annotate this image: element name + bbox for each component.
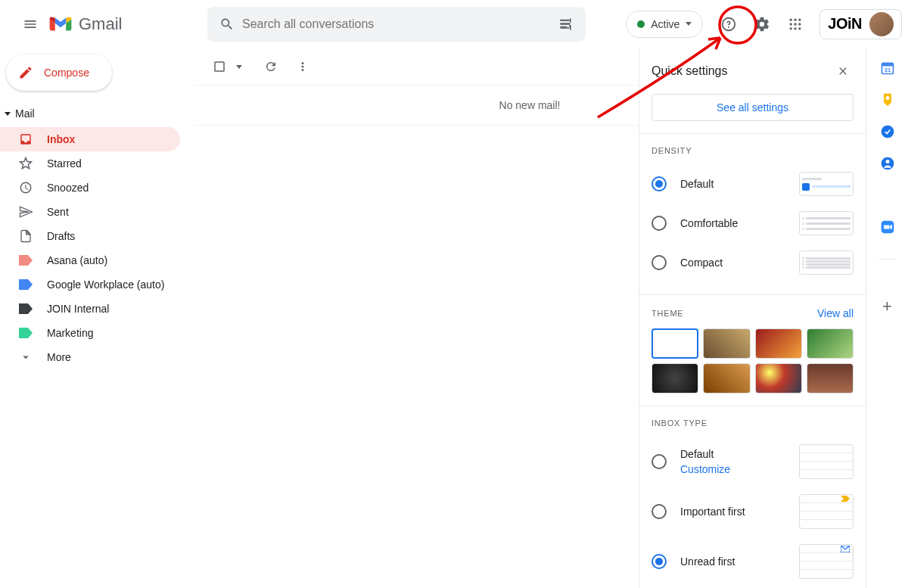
option-label: Default [680, 178, 785, 190]
label-icon [18, 301, 33, 316]
nav-list: InboxStarredSnoozedSentDraftsAsana (auto… [0, 127, 194, 369]
theme-section: THEME View all [639, 294, 866, 406]
density-thumb [799, 211, 854, 235]
theme-tile[interactable] [807, 363, 854, 394]
sidebar-item-google-workplace-auto-[interactable]: Google Workplace (auto) [0, 272, 180, 297]
radio-icon [651, 554, 667, 569]
density-option-comfortable[interactable]: Comfortable [651, 204, 854, 243]
calendar-icon[interactable]: 31 [880, 61, 895, 76]
theme-tile[interactable] [755, 363, 802, 394]
svg-point-12 [794, 27, 797, 30]
label-icon [18, 253, 33, 268]
svg-text:31: 31 [884, 67, 890, 73]
inboxtype-option-unread-first[interactable]: Unread first [651, 537, 854, 586]
search-icon[interactable] [212, 9, 242, 39]
inboxtype-thumb [799, 444, 854, 479]
menu-icon[interactable] [12, 6, 48, 42]
inboxtype-option-important-first[interactable]: Important first [651, 487, 854, 537]
radio-icon [651, 454, 667, 469]
option-label: DefaultCustomize [680, 448, 785, 475]
density-option-compact[interactable]: Compact [651, 243, 854, 282]
inbox-icon [18, 132, 33, 147]
caret-down-icon[interactable] [236, 65, 242, 69]
sidebar-item-label: Marketing [47, 327, 93, 339]
sidebar-item-marketing[interactable]: Marketing [0, 321, 180, 345]
mail-section-toggle[interactable]: Mail [0, 103, 194, 124]
apps-grid-icon[interactable] [780, 9, 810, 39]
see-all-settings-button[interactable]: See all settings [651, 94, 854, 121]
search-input[interactable] [242, 17, 551, 31]
inboxtype-option-default[interactable]: DefaultCustomize [651, 437, 854, 487]
sidebar-item-label: Google Workplace (auto) [47, 278, 164, 291]
option-label: Unread first [680, 555, 785, 568]
gmail-logo[interactable]: Gmail [48, 14, 177, 34]
theme-tile[interactable] [651, 363, 698, 394]
theme-tile[interactable] [651, 328, 698, 359]
sidebar-item-more[interactable]: More [0, 345, 180, 369]
sidebar-item-snoozed[interactable]: Snoozed [0, 176, 180, 200]
theme-tile[interactable] [807, 328, 854, 359]
density-option-default[interactable]: Default [651, 164, 854, 204]
theme-view-all-link[interactable]: View all [817, 307, 854, 319]
help-icon[interactable] [714, 9, 744, 39]
compose-label: Compose [44, 67, 89, 79]
sidebar-item-label: Inbox [47, 133, 75, 145]
sidebar-item-inbox[interactable]: Inbox [0, 127, 180, 151]
main-content: No new mail! Quick settings See all sett… [194, 48, 866, 588]
density-title: DENSITY [651, 146, 854, 155]
customize-link[interactable]: Customize [680, 463, 785, 475]
label-icon [18, 325, 33, 341]
sidebar-item-join-internal[interactable]: JOIN Internal [0, 297, 180, 321]
density-thumb [799, 250, 854, 275]
svg-point-7 [798, 18, 801, 20]
sidebar-item-drafts[interactable]: Drafts [0, 224, 180, 248]
label-icon [18, 277, 33, 292]
sidebar-item-starred[interactable]: Starred [0, 151, 180, 176]
tasks-icon[interactable] [880, 124, 895, 139]
sidebar-item-asana-auto-[interactable]: Asana (auto) [0, 248, 180, 272]
refresh-button[interactable] [257, 53, 285, 80]
add-addon-icon[interactable]: + [882, 297, 892, 316]
inbox-type-section: INBOX TYPE DefaultCustomizeImportant fir… [639, 406, 866, 588]
status-label: Active [651, 18, 679, 30]
theme-tile[interactable] [755, 328, 802, 359]
workspace-brand-chip[interactable]: JOiN [819, 9, 902, 39]
theme-tile[interactable] [703, 328, 750, 359]
contacts-icon[interactable] [880, 156, 895, 171]
radio-icon [651, 504, 667, 519]
sidebar-item-label: Starred [47, 157, 82, 170]
more-button[interactable] [289, 53, 316, 80]
status-chip[interactable]: Active [626, 11, 703, 38]
settings-gear-icon[interactable] [747, 9, 777, 39]
quick-settings-panel: Quick settings See all settings DENSITY … [639, 48, 866, 588]
sidebar-item-label: Sent [47, 206, 69, 218]
density-thumb [799, 172, 854, 196]
mail-section-label: Mail [15, 107, 35, 120]
compose-button[interactable]: Compose [6, 54, 112, 91]
svg-point-10 [798, 23, 801, 25]
avatar[interactable] [869, 12, 894, 36]
close-icon[interactable] [832, 61, 854, 82]
side-panel: 31 + [866, 48, 908, 588]
theme-grid [651, 328, 854, 394]
sidebar-item-sent[interactable]: Sent [0, 200, 180, 224]
send-icon [18, 204, 33, 219]
status-dot-icon [637, 20, 645, 28]
sidebar-item-label: Asana (auto) [47, 254, 107, 266]
search-bar[interactable] [207, 7, 586, 42]
svg-point-6 [794, 18, 797, 20]
inboxtype-thumb [799, 544, 854, 579]
svg-point-9 [794, 23, 797, 25]
option-label: Important first [680, 506, 785, 518]
search-options-icon[interactable] [551, 9, 581, 39]
theme-tile[interactable] [703, 363, 750, 394]
zoom-icon[interactable] [880, 219, 895, 235]
svg-point-23 [881, 126, 894, 138]
keep-icon[interactable] [880, 92, 895, 107]
select-all-checkbox[interactable] [206, 53, 233, 80]
clock-icon [18, 180, 33, 195]
inbox-type-title: INBOX TYPE [651, 418, 854, 428]
density-section: DENSITY DefaultComfortableCompact [639, 133, 866, 294]
quick-settings-title: Quick settings [651, 64, 727, 78]
svg-rect-4 [570, 26, 571, 30]
